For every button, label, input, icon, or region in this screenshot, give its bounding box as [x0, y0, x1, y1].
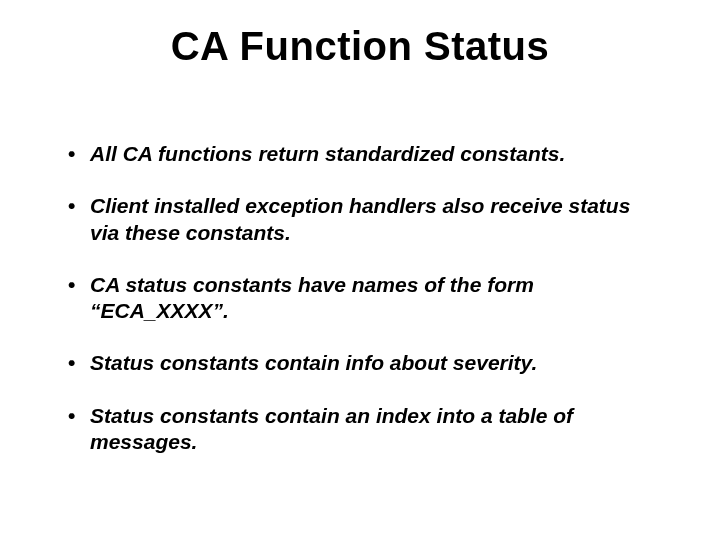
slide-title: CA Function Status [64, 24, 656, 69]
bullet-list: All CA functions return standardized con… [64, 141, 656, 455]
slide: CA Function Status All CA functions retu… [0, 0, 720, 540]
list-item: Status constants contain an index into a… [64, 403, 656, 456]
list-item: Status constants contain info about seve… [64, 350, 656, 376]
list-item: CA status constants have names of the fo… [64, 272, 656, 325]
list-item: All CA functions return standardized con… [64, 141, 656, 167]
list-item: Client installed exception handlers also… [64, 193, 656, 246]
